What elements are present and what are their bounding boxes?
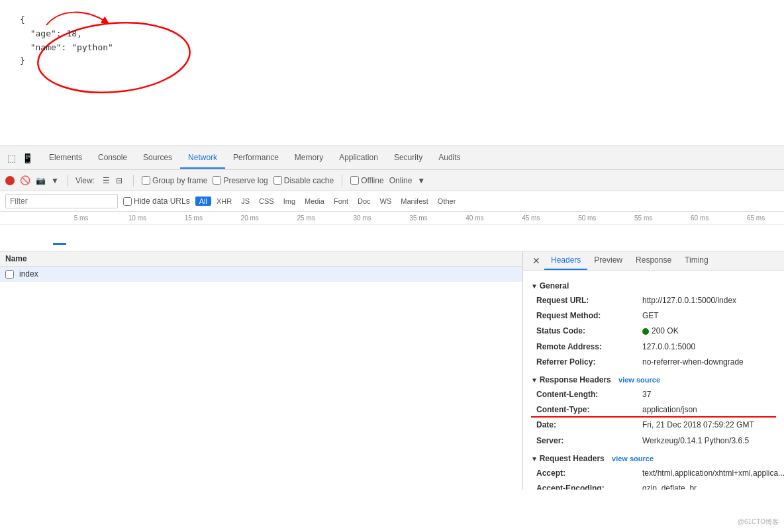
clear-button[interactable]: 🚫: [20, 175, 30, 186]
request-headers-view-source[interactable]: view source: [612, 455, 654, 463]
status-code-value: 200 OK: [642, 325, 679, 337]
list-view-button[interactable]: ☰: [100, 175, 112, 187]
device-icon[interactable]: 📱: [21, 152, 33, 164]
type-btn-other[interactable]: Other: [434, 197, 460, 206]
type-btn-js[interactable]: JS: [237, 197, 254, 206]
toolbar-separator-2: [133, 175, 134, 187]
tab-sources[interactable]: Sources: [135, 148, 180, 169]
preview-view-button[interactable]: ⊟: [113, 175, 125, 187]
tab-memory[interactable]: Memory: [287, 148, 331, 169]
tick-10ms: 10 ms: [109, 214, 166, 224]
tick-55ms: 55 ms: [615, 214, 671, 224]
hide-data-urls-checkbox[interactable]: Hide data URLs: [123, 197, 190, 206]
type-btn-xhr[interactable]: XHR: [213, 197, 236, 206]
tick-5ms: 5 ms: [53, 214, 109, 224]
group-by-frame-checkbox[interactable]: Group by frame: [142, 176, 207, 185]
type-btn-font[interactable]: Font: [330, 197, 352, 206]
response-headers-section-title[interactable]: Response Headers view source: [531, 375, 776, 384]
disable-cache-checkbox[interactable]: Disable cache: [273, 176, 334, 185]
devtools-icon-group: ⬚ 📱: [5, 152, 33, 164]
status-green-dot: [642, 328, 649, 335]
requests-list-header: Name: [0, 251, 522, 267]
remote-address-value: 127.0.0.1:5000: [642, 341, 695, 353]
json-line-2: "age": 18,: [20, 27, 113, 41]
tab-elements[interactable]: Elements: [41, 148, 90, 169]
content-length-row: Content-Length: 37: [531, 387, 776, 402]
request-url-value: http://127.0.0.1:5000/index: [642, 294, 736, 307]
close-panel-button[interactable]: ✕: [528, 251, 544, 270]
status-code-row: Status Code: 200 OK: [531, 324, 776, 339]
timeline-ruler: 5 ms 10 ms 15 ms 20 ms 25 ms 30 ms 35 ms…: [0, 212, 784, 225]
tick-25ms: 25 ms: [278, 214, 334, 224]
filter-bar: Hide data URLs All XHR JS CSS Img Media …: [0, 191, 784, 212]
remote-address-row: Remote Address: 127.0.0.1:5000: [531, 339, 776, 355]
view-buttons: ☰ ⊟: [100, 175, 125, 187]
toolbar-separator-1: [67, 175, 68, 187]
panel-tab-response[interactable]: Response: [629, 251, 678, 270]
referrer-policy-label: Referrer Policy:: [536, 356, 642, 369]
content-type-label: Content-Type:: [536, 404, 642, 416]
content-length-label: Content-Length:: [536, 388, 642, 401]
tab-security[interactable]: Security: [386, 148, 430, 169]
name-column-header: Name: [5, 254, 517, 263]
tab-application[interactable]: Application: [331, 148, 386, 169]
tick-45ms: 45 ms: [503, 214, 559, 224]
panel-tab-timing[interactable]: Timing: [678, 251, 715, 270]
requests-panel[interactable]: Name index: [0, 251, 523, 490]
panel-tab-headers[interactable]: Headers: [544, 251, 587, 270]
filter-input[interactable]: [5, 194, 118, 208]
type-btn-all[interactable]: All: [195, 197, 211, 206]
timeline-request-bar: [53, 243, 66, 245]
type-btn-doc[interactable]: Doc: [354, 197, 375, 206]
json-line-3: "name": "python": [20, 41, 113, 55]
tick-35ms: 35 ms: [391, 214, 447, 224]
network-toolbar: 🚫 📷 ▼ View: ☰ ⊟ Group by frame Preserve …: [0, 170, 784, 191]
record-button[interactable]: [5, 176, 15, 185]
filter-icon[interactable]: ▼: [51, 176, 59, 185]
tick-65ms: 65 ms: [728, 214, 784, 224]
top-content-area: { "age": 18, "name": "python" }: [0, 0, 784, 146]
tick-60ms: 60 ms: [671, 214, 728, 224]
request-checkbox[interactable]: [5, 270, 14, 279]
json-line-4: }: [20, 54, 113, 68]
tab-network[interactable]: Network: [180, 148, 225, 169]
headers-content: General Request URL: http://127.0.0.1:50…: [523, 271, 784, 490]
panel-tab-preview[interactable]: Preview: [587, 251, 629, 270]
accept-row: Accept: text/html,application/xhtml+xml,…: [531, 466, 776, 481]
network-timeline[interactable]: 5 ms 10 ms 15 ms 20 ms 25 ms 30 ms 35 ms…: [0, 212, 784, 251]
referrer-policy-value: no-referrer-when-downgrade: [642, 356, 744, 369]
tick-20ms: 20 ms: [222, 214, 278, 224]
main-split-area: Name index ✕ Headers Preview Response Ti…: [0, 251, 784, 490]
type-btn-ws[interactable]: WS: [376, 197, 396, 206]
request-name-index: index: [19, 269, 38, 279]
general-section-title[interactable]: General: [531, 281, 776, 290]
content-length-value: 37: [642, 388, 651, 401]
tab-performance[interactable]: Performance: [225, 148, 287, 169]
type-btn-media[interactable]: Media: [301, 197, 328, 206]
throttle-dropdown-icon[interactable]: ▼: [417, 176, 425, 185]
preserve-log-checkbox[interactable]: Preserve log: [213, 176, 268, 185]
server-row: Server: Werkzeug/0.14.1 Python/3.6.5: [531, 433, 776, 449]
request-url-row: Request URL: http://127.0.0.1:5000/index: [531, 293, 776, 308]
type-btn-img[interactable]: Img: [279, 197, 299, 206]
type-btn-manifest[interactable]: Manifest: [397, 197, 432, 206]
screenshot-icon[interactable]: 📷: [36, 176, 46, 185]
accept-encoding-label: Accept-Encoding:: [536, 482, 642, 490]
request-method-row: Request Method: GET: [531, 308, 776, 324]
accept-encoding-value: gzip, deflate, br: [642, 482, 697, 490]
tick-15ms: 15 ms: [166, 214, 222, 224]
offline-checkbox[interactable]: Offline: [350, 176, 383, 185]
content-type-row: Content-Type: application/json: [531, 402, 776, 418]
tab-console[interactable]: Console: [90, 148, 135, 169]
status-code-label: Status Code:: [536, 325, 642, 337]
response-headers-view-source[interactable]: view source: [618, 376, 660, 384]
tab-audits[interactable]: Audits: [430, 148, 468, 169]
request-row-index[interactable]: index: [0, 267, 522, 282]
view-label: View:: [75, 176, 95, 185]
request-headers-section-title[interactable]: Request Headers view source: [531, 454, 776, 463]
request-method-value: GET: [642, 310, 659, 322]
inspect-icon[interactable]: ⬚: [5, 152, 17, 164]
request-method-label: Request Method:: [536, 310, 642, 322]
type-btn-css[interactable]: CSS: [255, 197, 278, 206]
referrer-policy-row: Referrer Policy: no-referrer-when-downgr…: [531, 355, 776, 370]
